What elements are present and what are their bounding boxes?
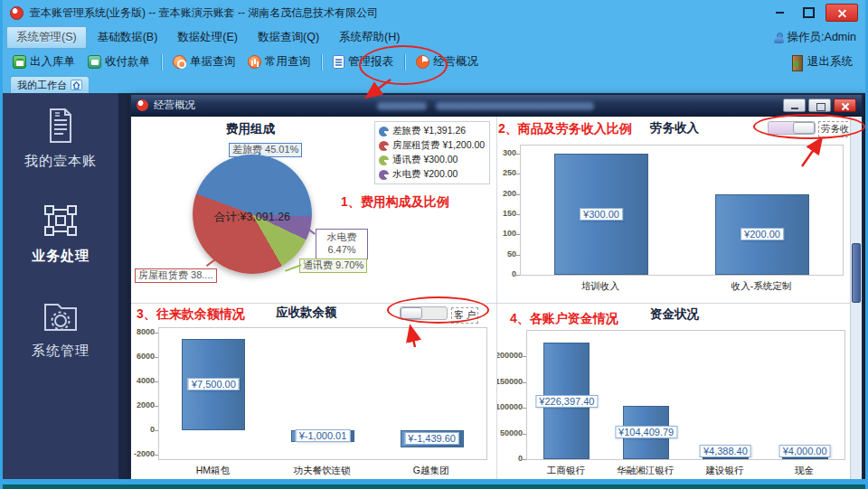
y-tick-mark [523, 459, 526, 460]
pie-callout-communication: 通讯费 9.70% [299, 259, 367, 273]
y-tick-label: 200 [503, 189, 516, 198]
x-category-label: 收入-系统定制 [731, 280, 792, 293]
y-tick-mark [516, 194, 520, 195]
menu-system-management[interactable]: 系统管理(S) [6, 26, 87, 49]
y-tick-mark [516, 174, 520, 174]
tab-bar: 我的工作台 [3, 74, 865, 93]
titlebar: 壹本账管理系统(业务版) -- 壹本账演示账套 -- 湖南名茂信息技术有限公司 [3, 0, 865, 25]
dialog-minimize-button[interactable] [783, 99, 806, 112]
dialog-close-button[interactable] [834, 99, 856, 112]
y-tick-label: 0 [150, 425, 155, 434]
dialog-title: 经营概况 [154, 99, 195, 112]
tab-my-workbench[interactable]: 我的工作台 [10, 76, 90, 93]
minimize-button[interactable] [768, 5, 791, 21]
menu-help[interactable]: 系统帮助(H) [330, 27, 409, 48]
toolbar-common-query[interactable]: 常用查询 [243, 52, 315, 72]
toolbar-separator [161, 54, 162, 71]
payment-receipts-icon [88, 55, 101, 69]
legend-color-chip [379, 170, 389, 180]
toolbar-label: 管理报表 [348, 54, 393, 70]
annotation-note-2: 2、商品及劳务收入比例 [498, 121, 632, 137]
toolbar: 出入库单 收付款单 单据查询 常用查询 管理报表 经营概况 退出系统 [3, 50, 865, 74]
toolbar-label: 常用查询 [265, 54, 310, 70]
window-title: 壹本账管理系统(业务版) -- 壹本账演示账套 -- 湖南名茂信息技术有限公司 [30, 5, 378, 21]
toolbar-management-reports[interactable]: 管理报表 [328, 52, 398, 72]
toolbar-inout-orders[interactable]: 出入库单 [8, 52, 80, 72]
y-tick-label: 4000 [137, 376, 155, 385]
tab-label: 我的工作台 [17, 79, 67, 92]
toolbar-payment-receipts[interactable]: 收付款单 [83, 52, 155, 72]
toggle-knob[interactable] [401, 307, 422, 319]
document-query-icon [173, 55, 186, 69]
bar-value-label: ¥4,388.40 [700, 445, 751, 457]
maximize-button[interactable] [797, 5, 820, 21]
annotation-note-4: 4、各账户资金情况 [510, 311, 618, 327]
legend-item: 水电费 ¥200.00 [379, 168, 486, 181]
x-category-label: HM箱包 [196, 465, 230, 477]
toolbar-label: 单据查询 [190, 54, 235, 70]
dialog-titlebar[interactable]: 经营概况 [131, 95, 862, 117]
sidebar-item-system-management[interactable]: 系统管理 [32, 296, 90, 360]
panel-divider-horizontal [131, 303, 850, 304]
partner-toggle-label: 客 户 [451, 307, 478, 324]
y-tick-label: 150 [503, 209, 516, 218]
sidebar-label: 系统管理 [32, 343, 90, 360]
dialog-scrollbar[interactable] [850, 117, 862, 483]
income-type-toggle[interactable] [768, 121, 816, 135]
bar-value-label: ¥200.00 [741, 228, 784, 240]
toggle-knob[interactable] [793, 122, 815, 134]
sidebar-item-my-account[interactable]: 我的壹本账 [24, 106, 97, 170]
y-tick-label: 0 [512, 269, 516, 278]
y-tick-mark [523, 356, 526, 357]
legend-color-chip [379, 155, 389, 165]
partner-type-toggle[interactable] [400, 306, 448, 320]
y-tick-label: 2000 [137, 400, 155, 409]
y-tick-label: 250 [503, 168, 516, 177]
y-tick-label: 0 [518, 454, 523, 463]
y-tick-label: 300 [503, 148, 516, 157]
legend-label: 通讯费 ¥300.00 [392, 154, 458, 166]
toolbar-label: 收付款单 [105, 54, 150, 70]
y-tick-mark [516, 214, 520, 215]
scrollbar-thumb[interactable] [852, 243, 861, 303]
bar-value-label: ¥4,000.00 [779, 445, 831, 457]
y-tick-mark [155, 406, 158, 407]
pie-callout-rent: 房屋租赁费 38.... [135, 268, 217, 283]
operator-person-icon [774, 33, 784, 43]
legend-label: 房屋租赁费 ¥1,200.00 [392, 139, 485, 152]
toolbar-document-query[interactable]: 单据查询 [168, 52, 240, 72]
close-button[interactable] [826, 4, 858, 22]
panel-funds: 4、各账户资金情况 资金状况 050000100000150000200000 … [496, 303, 851, 486]
menu-data-query[interactable]: 数据查询(Q) [249, 27, 328, 48]
income-toggle-label: 劳务收入 [818, 121, 851, 137]
pie-legend: 差旅费 ¥1,391.26房屋租赁费 ¥1,200.00通讯费 ¥300.00水… [374, 121, 490, 184]
legend-label: 水电费 ¥200.00 [392, 168, 458, 181]
app-logo-icon [10, 6, 24, 20]
y-tick-mark [155, 381, 158, 382]
dialog-maximize-button[interactable] [808, 99, 831, 112]
toolbar-separator [321, 54, 322, 71]
sidebar: 我的壹本账 业务处理 系统管理 [3, 93, 118, 484]
bar-value-label: ¥300.00 [580, 208, 623, 221]
menu-data-processing[interactable]: 数据处理(E) [168, 27, 247, 48]
window-bottom-edge [3, 484, 865, 489]
x-category-label: 建设银行 [705, 465, 743, 477]
y-tick-label: 8000 [137, 327, 155, 336]
workflow-cubes-icon [40, 201, 81, 240]
legend-color-chip [379, 127, 389, 136]
y-tick-mark [155, 455, 158, 456]
management-reports-icon [333, 55, 344, 69]
pie-total-label: 合计:¥3,091.26 [176, 210, 328, 225]
sidebar-item-business-processing[interactable]: 业务处理 [32, 201, 90, 265]
bar-plot-funds: ¥226,397.40¥104,409.79¥4,388.40¥4,000.00 [526, 330, 845, 460]
bar-plot-receivables: ¥7,500.00¥-1,000.01¥-1,439.60 [158, 327, 487, 460]
toolbar-business-overview[interactable]: 经营概况 [411, 52, 483, 72]
operator-label: 操作员:Admin [788, 30, 856, 45]
dialog-body: 费用组成 差旅费 ¥1,391.26房屋租赁费 ¥1,200.00通讯费 ¥30… [131, 117, 862, 483]
menu-base-data[interactable]: 基础数据(B) [89, 27, 167, 48]
x-axis: HM箱包功夫餐饮连锁G越集团 [158, 465, 487, 477]
panel-divider-vertical [496, 117, 497, 483]
x-axis: 工商银行华融湘江银行建设银行现金 [526, 465, 845, 477]
y-tick-label: -2000 [134, 449, 155, 458]
exit-system-button[interactable]: 退出系统 [789, 54, 860, 70]
